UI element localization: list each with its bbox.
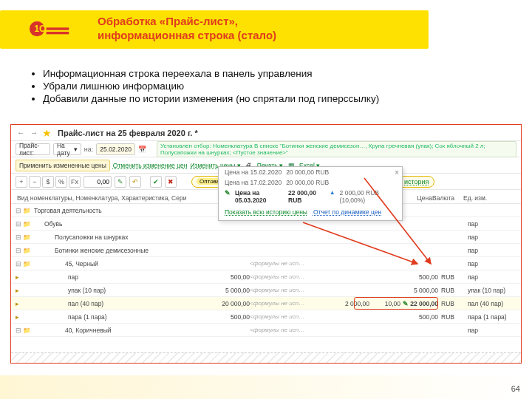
calendar-icon[interactable]: 📅 [138, 144, 146, 154]
window-header: ← → ★ Прайс-лист на 25 февраля 2020 г. * [11, 125, 521, 141]
tree-row[interactable]: ⊟📁40, Коричневый<формулы не исп…пар [11, 324, 521, 337]
tree-row[interactable]: ▸упак (10 пар)5 000,00<формулы не исп…5 … [11, 284, 521, 297]
dynamics-report-link[interactable]: Отчет по динамике цен [313, 208, 381, 216]
tree-row[interactable]: ▸пара (1 пара)500,00<формулы не исп…500,… [11, 310, 521, 324]
history-row-current: ✎ Цена на 05.03.2020 22 000,00 RUB ▲ 2 0… [219, 188, 402, 205]
show-all-history-link[interactable]: Показать всю историю цены [225, 208, 307, 216]
percent-button[interactable]: % [55, 176, 67, 188]
tree-row[interactable]: ⊟📁45, Черный<формулы не исп…пар [11, 257, 521, 270]
label-pricelist: Прайс-лист: [16, 143, 50, 155]
fx-button[interactable]: Fx [69, 176, 81, 188]
tree-row[interactable]: ▸пар500,00<формулы не исп…500,00RUBпар [11, 270, 521, 284]
close-icon[interactable]: × [395, 168, 399, 177]
logo-1c: 1C [27, 16, 71, 41]
tree-row[interactable]: ⊟📁Ботинки женские демисезонныепар [11, 244, 521, 257]
svg-rect-3 [47, 32, 69, 34]
filter-summary[interactable]: Установлен отбор: Номенклатура В списке … [157, 141, 516, 157]
title-line-1: Обработка «Прайс-лист», [98, 15, 276, 29]
window-title: Прайс-лист на 25 февраля 2020 г. * [58, 129, 198, 137]
bullet-item: Убрали лишнюю информацию [43, 81, 510, 92]
confirm-icon[interactable]: ✔ [150, 176, 162, 188]
label-date-prefix: на: [84, 146, 93, 153]
title-line-2: информационная строка (стало) [98, 29, 276, 43]
currency-button[interactable]: $ [42, 176, 54, 188]
col-unit: Ед. изм. [463, 194, 515, 202]
tree-row[interactable]: ⊟📁Полусапожки на шнуркахпар [11, 231, 521, 244]
bullet-item: Информационная строка переехала в панель… [43, 68, 510, 79]
price-tree: ⊟📁Торговая деятельность⊟📁Обувьпар⊟📁Полус… [11, 204, 521, 337]
plus-button[interactable]: + [16, 176, 27, 188]
pencil-icon: ✎ [225, 189, 231, 204]
torn-edge [11, 352, 521, 363]
value-field[interactable]: 0,00 [83, 176, 112, 188]
footer-band [0, 375, 532, 399]
nav-back-icon[interactable]: ← [16, 128, 26, 138]
bullet-list: Информационная строка переехала в панель… [30, 66, 510, 106]
edit-icon[interactable]: ✎ [115, 176, 126, 188]
slide-title: Обработка «Прайс-лист», информационная с… [98, 15, 276, 43]
date-field[interactable]: 25.02.2020 [96, 143, 135, 155]
label-ondate[interactable]: На дату ▾ [53, 143, 81, 155]
apply-button[interactable]: Применить измененные цены [16, 160, 110, 171]
cancel-icon[interactable]: ✖ [165, 176, 177, 188]
svg-text:1C: 1C [34, 24, 46, 34]
history-link[interactable]: история [404, 178, 429, 185]
minus-button[interactable]: − [29, 176, 41, 188]
page-number: 64 [511, 384, 520, 393]
app-screenshot: ← → ★ Прайс-лист на 25 февраля 2020 г. *… [10, 124, 522, 364]
undo-link[interactable]: Отменить изменение цен [113, 162, 188, 169]
tree-row[interactable]: ▸пал (40 пар)20 000,00<формулы не исп…2 … [11, 297, 521, 310]
nav-fwd-icon[interactable]: → [29, 128, 39, 138]
filter-bar: Прайс-лист: На дату ▾ на: 25.02.2020 📅 У… [11, 141, 521, 157]
revert-icon[interactable]: ↶ [129, 176, 141, 188]
favorite-icon[interactable]: ★ [42, 127, 52, 139]
history-row: Цена на 15.02.2020 20 000,00 RUB [219, 167, 402, 177]
history-popup: × Цена на 15.02.2020 20 000,00 RUB Цена … [218, 166, 403, 221]
history-row: Цена на 17.02.2020 20 000,00 RUB [219, 177, 402, 188]
svg-rect-2 [47, 27, 69, 30]
col-currency: Валюта [432, 194, 463, 202]
up-triangle-icon: ▲ [330, 189, 335, 204]
bullet-item: Добавили данные по истории изменения (но… [43, 93, 510, 104]
